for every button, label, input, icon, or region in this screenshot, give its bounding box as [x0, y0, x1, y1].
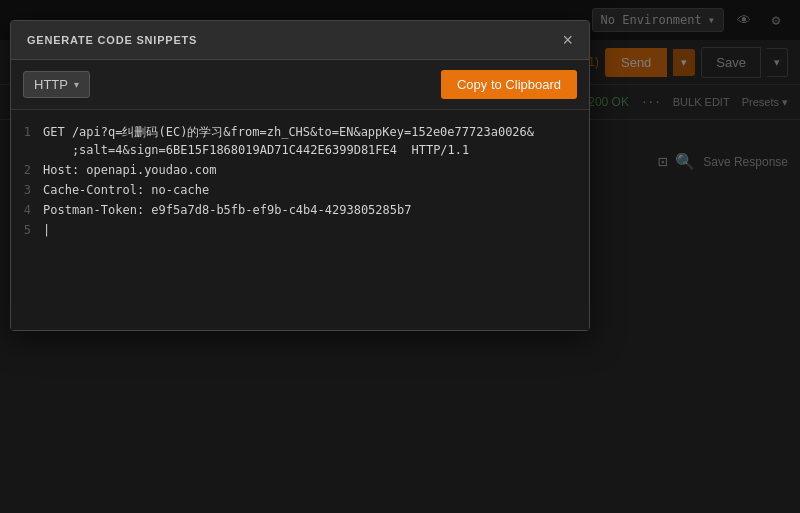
chevron-down-icon: ▾	[74, 79, 79, 90]
copy-to-clipboard-button[interactable]: Copy to Clipboard	[441, 70, 577, 99]
code-line-3: 3 Cache-Control: no-cache	[11, 180, 589, 200]
code-line-5: 5 |	[11, 220, 589, 240]
code-block: 1 GET /api?q=纠删码(EC)的学习&from=zh_CHS&to=E…	[11, 110, 589, 330]
close-button[interactable]: ×	[562, 31, 573, 49]
code-snippets-modal: GENERATE CODE SNIPPETS × HTTP ▾ Copy to …	[10, 20, 590, 331]
modal-title: GENERATE CODE SNIPPETS	[27, 34, 197, 46]
code-line-1: 1 GET /api?q=纠删码(EC)的学习&from=zh_CHS&to=E…	[11, 122, 589, 160]
cursor: |	[43, 223, 50, 237]
modal-header: GENERATE CODE SNIPPETS ×	[11, 21, 589, 60]
code-line-4: 4 Postman-Token: e9f5a7d8-b5fb-ef9b-c4b4…	[11, 200, 589, 220]
code-line-2: 2 Host: openapi.youdao.com	[11, 160, 589, 180]
modal-toolbar: HTTP ▾ Copy to Clipboard	[11, 60, 589, 110]
modal-overlay: GENERATE CODE SNIPPETS × HTTP ▾ Copy to …	[0, 0, 800, 513]
language-label: HTTP	[34, 77, 68, 92]
language-select[interactable]: HTTP ▾	[23, 71, 90, 98]
